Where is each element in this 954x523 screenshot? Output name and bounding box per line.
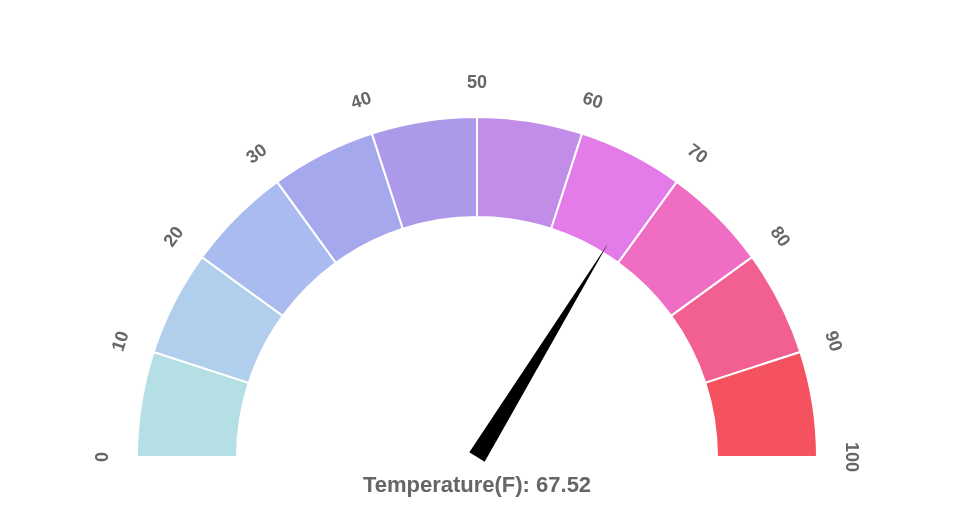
- tick-label: 20: [159, 222, 187, 250]
- tick-label: 40: [348, 87, 373, 112]
- temperature-gauge: 0102030405060708090100 Temperature(F): 6…: [27, 12, 927, 512]
- tick-label: 30: [242, 139, 270, 167]
- gauge-needle: [469, 243, 607, 461]
- tick-label: 90: [821, 328, 846, 353]
- needle: [469, 243, 607, 461]
- tick-label: 50: [467, 71, 487, 91]
- tick-label: 80: [767, 222, 795, 250]
- tick-label: 10: [108, 328, 133, 353]
- tick-label: 0: [92, 451, 112, 461]
- gauge-svg: 0102030405060708090100 Temperature(F): 6…: [27, 12, 927, 512]
- gauge-value-label: Temperature(F): 67.52: [363, 472, 591, 497]
- tick-label: 100: [842, 441, 862, 471]
- tick-label: 60: [580, 87, 605, 112]
- gauge-segments: [137, 117, 817, 457]
- tick-label: 70: [684, 139, 712, 167]
